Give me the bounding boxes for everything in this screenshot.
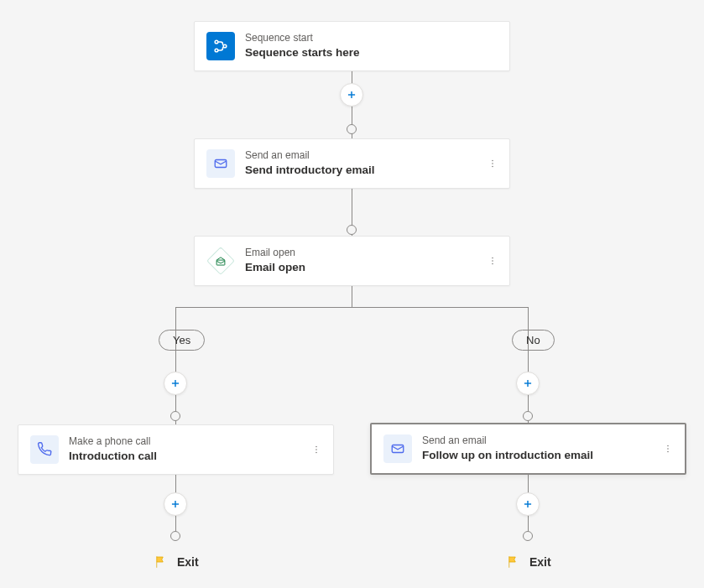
phone-icon xyxy=(30,435,59,464)
node-title: Email open xyxy=(245,260,305,275)
add-step-button[interactable] xyxy=(516,492,540,516)
node-more-button[interactable] xyxy=(301,440,321,460)
connector-dot xyxy=(170,531,180,541)
branch-no-label: No xyxy=(512,330,555,351)
node-type-label: Make a phone call xyxy=(69,435,157,449)
email-icon xyxy=(206,149,235,178)
connector-dot xyxy=(523,411,533,421)
flag-icon xyxy=(506,554,521,570)
exit-marker: Exit xyxy=(154,554,199,570)
sequence-canvas: Yes No Sequence start Sequence starts he… xyxy=(0,0,704,588)
exit-label: Exit xyxy=(177,555,199,569)
node-title: Sequence starts here xyxy=(245,45,360,60)
connector xyxy=(528,307,529,424)
condition-icon xyxy=(206,247,235,275)
phone-call-node[interactable]: Make a phone call Introduction call xyxy=(18,424,334,475)
send-email-followup-node[interactable]: Send an email Follow up on introduction … xyxy=(370,423,686,475)
svg-point-20 xyxy=(492,263,493,264)
svg-point-22 xyxy=(315,449,316,450)
node-title: Send introductory email xyxy=(245,163,375,178)
connector-dot xyxy=(523,531,533,541)
branch-yes-label: Yes xyxy=(159,330,205,351)
exit-marker: Exit xyxy=(506,554,551,570)
add-step-button[interactable] xyxy=(340,83,363,107)
node-type-label: Send an email xyxy=(422,434,593,448)
connector xyxy=(175,307,176,424)
flag-icon xyxy=(154,554,169,570)
node-type-label: Email open xyxy=(245,247,305,260)
svg-point-16 xyxy=(492,166,493,167)
node-type-label: Sequence start xyxy=(245,32,360,45)
svg-point-21 xyxy=(315,446,316,447)
svg-point-19 xyxy=(492,260,493,261)
node-more-button[interactable] xyxy=(477,154,498,174)
connector xyxy=(352,284,352,307)
svg-point-15 xyxy=(492,163,493,164)
svg-point-14 xyxy=(492,160,493,161)
add-step-button[interactable] xyxy=(516,372,540,395)
connector-dot xyxy=(347,124,357,134)
connector xyxy=(175,307,529,308)
connector-dot xyxy=(347,225,357,235)
svg-point-25 xyxy=(667,445,668,446)
node-title: Introduction call xyxy=(69,449,157,464)
svg-point-23 xyxy=(315,452,316,453)
node-type-label: Send an email xyxy=(245,149,375,163)
sequence-start-node[interactable]: Sequence start Sequence starts here xyxy=(194,21,510,71)
svg-point-18 xyxy=(492,258,493,258)
add-step-button[interactable] xyxy=(164,372,187,395)
node-more-button[interactable] xyxy=(653,439,673,459)
connector-dot xyxy=(170,411,180,421)
svg-point-12 xyxy=(223,44,227,48)
node-title: Follow up on introduction email xyxy=(422,448,593,463)
svg-point-27 xyxy=(667,451,668,452)
email-icon xyxy=(383,434,412,463)
node-more-button[interactable] xyxy=(477,251,498,271)
svg-point-26 xyxy=(667,448,668,449)
email-open-condition-node[interactable]: Email open Email open xyxy=(194,236,510,286)
start-icon xyxy=(206,32,235,60)
add-step-button[interactable] xyxy=(164,492,187,516)
exit-label: Exit xyxy=(529,555,551,569)
send-email-node[interactable]: Send an email Send introductory email xyxy=(194,138,510,189)
